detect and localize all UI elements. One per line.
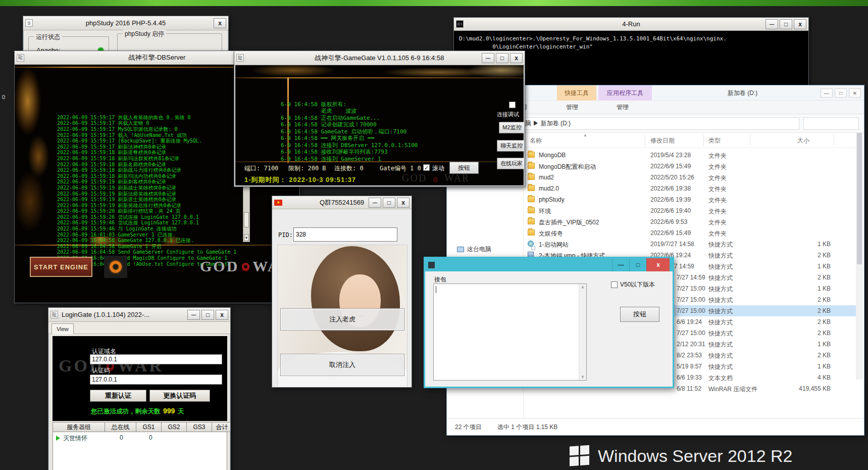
log-line: 6-9 16:4:58 GameGate 启动侦听，端口:7100 [281, 128, 418, 135]
server-list: 灭世情怀 0 0 [53, 432, 227, 470]
packet-input[interactable]: ∧∨ [433, 284, 587, 381]
scrollbar[interactable] [856, 133, 863, 380]
minimize-icon[interactable]: — [612, 258, 629, 271]
console-line: D:\mud2.0\logincenter>.\Openresty_For_Wi… [459, 35, 803, 43]
online-players-button[interactable]: 在线玩家 [497, 158, 524, 169]
cancel-inject-button[interactable]: 取消注入 [280, 354, 404, 376]
search-input[interactable] [803, 117, 859, 130]
close-icon[interactable] [214, 18, 226, 28]
minimize-icon[interactable] [765, 19, 778, 29]
maximize-icon[interactable] [496, 53, 508, 63]
close-icon[interactable]: ✕ [849, 88, 861, 98]
close-icon[interactable] [510, 53, 523, 63]
tab-application-tools[interactable]: 应用程序工具 [598, 85, 652, 101]
nav-item-this-pc[interactable]: 这台电脑 [457, 245, 491, 254]
close-icon[interactable]: x [646, 258, 670, 271]
v50-checkbox[interactable]: V50以下版本 [611, 280, 655, 289]
column-total-online[interactable]: 总在线 [105, 422, 136, 432]
auth-domain-input[interactable] [90, 354, 222, 364]
table-row[interactable]: MongoDB 2019/5/4 23:28 文件夹 [524, 150, 856, 161]
phpstudy-titlebar[interactable]: s phpStudy 2016 PHP-5.4.45 [23, 16, 228, 30]
expire-time-label: 1-到期时间： 2022-10-3 09:51:37 [244, 175, 356, 184]
inject-button[interactable]: 注入老虎 [280, 308, 404, 331]
maximize-icon[interactable]: □ [835, 88, 847, 98]
column-date[interactable]: 修改日期 [650, 136, 675, 145]
table-row[interactable]: 1-启动网站 2019/7/27 14:58 快捷方式 1 KB [524, 239, 856, 250]
log-line: 2022-06-09 15:59:18 刷新战斗力排行榜共0条记录 [57, 167, 245, 173]
log-line: 6-9 16:4:58 ━━ 网关服务开启 ━━ [281, 135, 418, 142]
scroll-checkbox[interactable]: ✓ [423, 164, 430, 171]
tab-manage-2[interactable]: 管理 [617, 103, 629, 112]
reauth-button[interactable]: 重新认证 [90, 390, 146, 402]
scroll-down-icon[interactable]: ∨ [579, 374, 586, 379]
table-row[interactable]: 文娱传奇 2022/6/9 15:49 文件夹 [524, 227, 856, 239]
table-row[interactable]: 盘古插件_VIP版_0502 2022/6/6 9:53 文件夹 [524, 216, 856, 227]
maximize-icon[interactable] [201, 310, 214, 320]
gamegate-titlebar[interactable]: 龍 战神引擎-GameGate V1.0.1.105 6-9 16:4:58 [234, 51, 525, 65]
table-row[interactable]: 环境 2022/6/6 19:40 文件夹 [524, 205, 856, 216]
log-line: 2022-06-09 15:59:19 刷新道士英雄榜共0条记录 [57, 197, 245, 203]
table-row[interactable]: MongoDB配置和启动 2022/6/9 15:49 文件夹 [524, 161, 856, 172]
change-code-button[interactable]: 更换认证码 [149, 390, 210, 402]
explorer-column-headers: 名称 ▲ 修改日期 类型 大小 [524, 133, 856, 148]
log-line: 2022-06-09 15:59:19 刷新法师英雄榜共0条记录 [57, 191, 245, 197]
column-gs3[interactable]: GS3 [187, 422, 212, 432]
minimize-icon[interactable]: — [821, 88, 833, 98]
debug-checkbox[interactable] [509, 102, 516, 108]
table-row[interactable]: mud2 2022/5/20 15:26 文件夹 [524, 172, 856, 183]
minimize-icon[interactable] [369, 198, 381, 208]
column-server-group[interactable]: 服务器组 [53, 422, 105, 432]
checkbox-icon[interactable] [611, 281, 618, 288]
dragon-art [15, 65, 58, 231]
log-line: 2022-06-09 15:59:17 刷新法神榜共0条记录 [57, 144, 245, 150]
minimize-icon[interactable] [482, 53, 494, 63]
logingate-window: 龍 LoginGate (1.0.1.104) 2022-... View GO… [48, 307, 231, 470]
start-engine-button[interactable]: START ENGINE [30, 257, 92, 277]
log-line: 6-9 16:4:58 正在启动GameGate... [281, 115, 418, 122]
scrollbar-thumb[interactable] [244, 212, 249, 227]
scrollbar-thumb[interactable] [857, 133, 862, 264]
table-row[interactable]: mud2.0 2022/6/6 19:38 文件夹 [524, 183, 856, 194]
minimize-icon[interactable] [187, 310, 200, 320]
pid-input[interactable] [293, 227, 397, 242]
column-gs2[interactable]: GS2 [162, 422, 187, 432]
scroll-up-icon[interactable]: ∧ [579, 285, 586, 290]
table-row[interactable]: 灭世情怀 0 0 [53, 434, 227, 443]
packet-send-button[interactable]: 按钮 [620, 307, 659, 322]
tab-shortcut-tools[interactable]: 快捷工具 [557, 85, 596, 101]
table-row[interactable]: phpStudy 2022/6/6 19:39 文件夹 [524, 194, 856, 205]
close-icon[interactable] [397, 198, 410, 208]
menu-view[interactable]: View [52, 323, 74, 334]
phpstudy-title: phpStudy 2016 PHP-5.4.45 [23, 19, 228, 27]
scrollbar[interactable]: ∧∨ [579, 284, 586, 380]
scroll-down-icon[interactable]: ▼ [244, 234, 249, 241]
column-total[interactable]: 合计 [212, 422, 231, 432]
log-line: 2022-06-09 15:59:46 尝试连接 LoginGate 127.0… [57, 220, 245, 226]
qq-titlebar[interactable]: ★ Q群755241569 [272, 196, 412, 209]
column-type[interactable]: 类型 [708, 136, 721, 145]
tab-manage-1[interactable]: 管理 [566, 103, 578, 112]
log-line: 6-9 16:4:58 连接到 GameServer 1 [281, 156, 418, 163]
auth-code-input[interactable] [90, 374, 222, 385]
file-size: 2 KB [790, 252, 831, 259]
file-type: 快捷方式 [708, 307, 733, 316]
maximize-icon[interactable]: □ [629, 258, 646, 271]
packet-titlebar[interactable]: — □ x [425, 258, 673, 271]
maximize-icon[interactable] [780, 19, 792, 29]
logingate-titlebar[interactable]: 龍 LoginGate (1.0.1.104) 2022-... [48, 308, 230, 322]
close-icon[interactable] [794, 19, 806, 29]
file-date: 2022/6/6 19:39 [650, 196, 691, 203]
column-name[interactable]: 名称 [530, 136, 542, 145]
column-size[interactable]: 大小 [797, 136, 809, 145]
auth-code-label: 认证码 [92, 366, 110, 375]
file-type: 快捷方式 [708, 296, 733, 305]
column-gs1[interactable]: GS1 [136, 422, 162, 432]
close-icon[interactable] [216, 310, 228, 320]
file-size: 2 KB [790, 307, 831, 314]
run4-titlebar[interactable]: C:\ 4-Run [454, 18, 808, 31]
chat-monitor-button[interactable]: 聊天监控 [497, 140, 524, 152]
gear-icon[interactable] [104, 256, 127, 278]
file-type: 文件夹 [708, 207, 727, 216]
maximize-icon[interactable] [383, 198, 395, 208]
m2-monitor-button[interactable]: M2监控 [499, 122, 524, 133]
